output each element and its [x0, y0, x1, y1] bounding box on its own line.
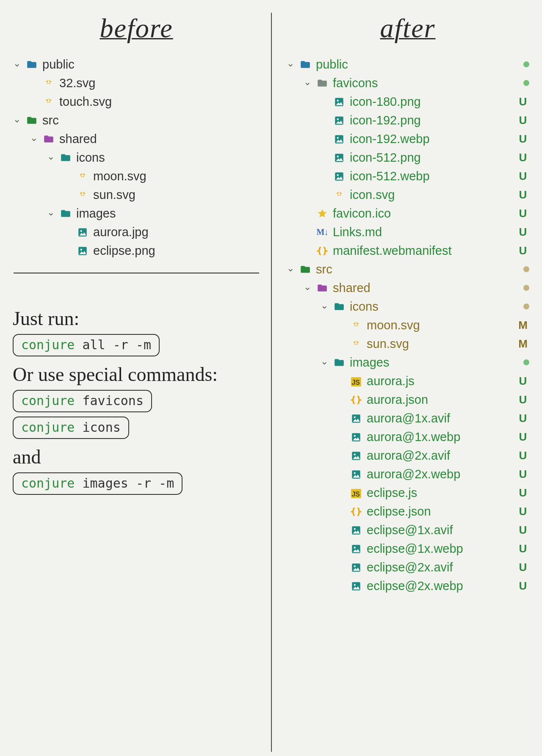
tree-row[interactable]: eclipse@1x.webpU [286, 539, 529, 558]
chevron-down-icon: ⌄ [13, 114, 21, 125]
tree-item-label: src [316, 262, 332, 276]
svg-icon [350, 319, 362, 332]
note-line: Just run: [13, 307, 260, 330]
tree-row[interactable]: ⌄src [13, 111, 260, 130]
tree-row[interactable]: ⌄shared [286, 279, 529, 297]
git-status-badge: U [517, 207, 529, 220]
git-status-badge: U [517, 151, 529, 164]
git-status-badge: U [517, 468, 529, 481]
svg-icon [333, 188, 346, 201]
tree-item-label: images [350, 356, 390, 370]
folder-icon [59, 207, 72, 220]
git-status-dot [523, 61, 529, 67]
star-icon [316, 207, 329, 220]
tree-row[interactable]: JSeclipse.jsU [286, 483, 529, 502]
tree-row[interactable]: icon-180.pngU [286, 92, 529, 111]
tree-row[interactable]: aurora.jpg [13, 223, 260, 241]
tree-row[interactable]: eclipse.png [13, 241, 260, 260]
tree-row[interactable]: aurora@2x.webpU [286, 465, 529, 483]
tree-row[interactable]: sun.svgM [286, 334, 529, 353]
tree-row[interactable]: ⌄icons [286, 297, 529, 316]
tree-row[interactable]: ⌄icons [13, 148, 260, 167]
git-status-dot [523, 80, 529, 86]
tree-row[interactable]: ⌄src [286, 260, 529, 279]
json-icon [350, 505, 362, 518]
chevron-down-icon: ⌄ [47, 151, 55, 162]
tree-row[interactable]: ⌄public [286, 55, 529, 74]
tree-row[interactable]: sun.svg [13, 185, 260, 204]
git-status-badge: U [517, 542, 529, 555]
tree-row[interactable]: ⌄public [13, 55, 260, 74]
file-tree-before: ⌄public32.svgtouch.svg⌄src⌄shared⌄iconsm… [13, 55, 260, 260]
tree-row[interactable]: aurora@1x.avifU [286, 409, 529, 428]
tree-item-label: icon-180.png [350, 95, 421, 109]
tree-row[interactable]: icon-192.webpU [286, 130, 529, 148]
tree-item-label: Links.md [333, 225, 382, 239]
tree-row[interactable]: favicon.icoU [286, 204, 529, 223]
tree-item-label: 32.svg [59, 76, 95, 90]
tree-row[interactable]: ⌄images [13, 204, 260, 223]
tree-item-label: eclipse@2x.webp [367, 579, 463, 593]
git-status-badge: U [517, 430, 529, 444]
svg-icon [350, 337, 362, 350]
json-icon [316, 244, 329, 257]
command-box: conjure images -r -m [13, 472, 183, 495]
tree-item-label: favicon.ico [333, 207, 391, 221]
tree-row[interactable]: 32.svg [13, 74, 260, 92]
tree-row[interactable]: aurora.jsonU [286, 390, 529, 409]
tree-row[interactable]: eclipse@2x.avifU [286, 558, 529, 577]
folder-icon [316, 281, 329, 295]
tree-row[interactable]: icon-192.pngU [286, 111, 529, 130]
tree-item-label: public [316, 58, 348, 72]
tree-row[interactable]: moon.svgM [286, 316, 529, 334]
tree-item-label: icons [350, 300, 379, 314]
tree-item-label: aurora.json [367, 393, 428, 407]
image-icon [76, 244, 89, 257]
tree-row[interactable]: eclipse@1x.avifU [286, 521, 529, 539]
tree-row[interactable]: icon-512.pngU [286, 148, 529, 167]
image-icon [333, 170, 346, 183]
git-status-dot [523, 285, 529, 291]
tree-row[interactable]: manifest.webmanifestU [286, 241, 529, 260]
folder-icon [25, 58, 38, 71]
image-icon [333, 114, 346, 127]
folder-icon [316, 77, 329, 90]
tree-item-label: icon-192.webp [350, 132, 430, 146]
git-status-badge: U [517, 524, 529, 537]
git-status-badge: U [517, 188, 529, 201]
tree-row[interactable]: eclipse.jsonU [286, 502, 529, 521]
tree-row[interactable]: M↓Links.mdU [286, 223, 529, 241]
git-status-badge: U [517, 579, 529, 593]
chevron-down-icon: ⌄ [303, 281, 312, 292]
git-status-badge: U [517, 244, 529, 257]
tree-row[interactable]: ⌄favicons [286, 74, 529, 92]
image-icon [76, 226, 89, 239]
tree-row[interactable]: aurora@2x.avifU [286, 446, 529, 465]
tree-row[interactable]: moon.svg [13, 167, 260, 185]
chevron-down-icon: ⌄ [303, 77, 312, 88]
command-box: conjure all -r -m [13, 334, 160, 356]
tree-item-label: aurora@1x.avif [367, 411, 450, 425]
command-box: conjure icons [13, 417, 129, 439]
file-tree-after: ⌄public⌄faviconsicon-180.pngUicon-192.pn… [286, 55, 529, 595]
tree-row[interactable]: icon-512.webpU [286, 167, 529, 185]
git-status-badge: U [517, 95, 529, 108]
note-line: and [13, 446, 260, 468]
json-icon [350, 393, 362, 406]
tree-row[interactable]: touch.svg [13, 92, 260, 111]
tree-row[interactable]: aurora@1x.webpU [286, 428, 529, 446]
tree-item-label: eclipse.png [93, 244, 155, 258]
tree-row[interactable]: ⌄images [286, 353, 529, 372]
folder-icon [59, 151, 72, 164]
tree-row[interactable]: JSaurora.jsU [286, 372, 529, 390]
git-status-badge: U [517, 393, 529, 406]
image-icon [350, 561, 362, 574]
git-status-badge: U [517, 561, 529, 574]
chevron-down-icon: ⌄ [320, 356, 329, 367]
tree-item-label: shared [59, 132, 97, 146]
git-status-badge: M [517, 319, 529, 332]
tree-row[interactable]: eclipse@2x.webpU [286, 577, 529, 595]
tree-row[interactable]: icon.svgU [286, 185, 529, 204]
tree-row[interactable]: ⌄shared [13, 130, 260, 148]
tree-item-label: eclipse@1x.webp [367, 542, 463, 556]
